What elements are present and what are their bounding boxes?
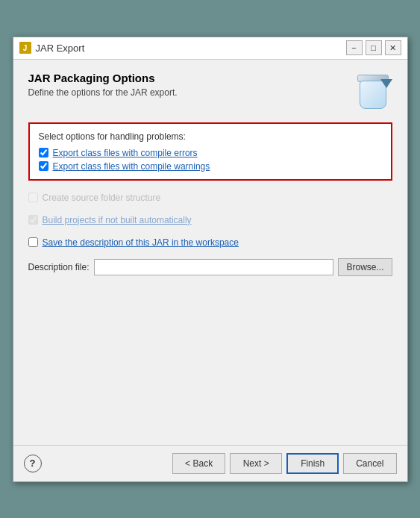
title-bar-left: J JAR Export xyxy=(19,42,85,54)
page-title: JAR Packaging Options xyxy=(28,72,346,84)
create-source-row: Create source folder structure xyxy=(28,191,392,205)
create-source-checkbox[interactable] xyxy=(28,193,38,202)
jar-arrow-icon xyxy=(380,79,392,88)
problems-label: Select options for handling problems: xyxy=(39,131,382,142)
close-button[interactable]: ✕ xyxy=(385,40,401,55)
save-description-label[interactable]: Save the description of this JAR in the … xyxy=(43,237,239,248)
create-source-label: Create source folder structure xyxy=(43,193,161,203)
window-controls: − □ ✕ xyxy=(346,40,401,55)
window-title: JAR Export xyxy=(36,43,85,54)
save-description-checkbox[interactable] xyxy=(28,237,38,247)
export-warnings-checkbox[interactable] xyxy=(39,161,48,171)
save-description-row: Save the description of this JAR in the … xyxy=(28,236,392,249)
navigation-buttons: < Back Next > Finish Cancel xyxy=(172,453,396,474)
build-projects-row: Build projects if not built automaticall… xyxy=(28,213,392,227)
cancel-button[interactable]: Cancel xyxy=(343,453,396,474)
export-warnings-label[interactable]: Export class files with compile warnings xyxy=(53,161,210,172)
back-button[interactable]: < Back xyxy=(172,453,225,474)
header-text: JAR Packaging Options Define the options… xyxy=(28,72,346,98)
export-warnings-row: Export class files with compile warnings xyxy=(39,161,382,172)
problems-box: Select options for handling problems: Ex… xyxy=(28,122,392,181)
bottom-bar: ? < Back Next > Finish Cancel xyxy=(13,445,407,481)
dialog-content: JAR Packaging Options Define the options… xyxy=(13,60,407,445)
maximize-button[interactable]: □ xyxy=(366,40,382,55)
header-section: JAR Packaging Options Define the options… xyxy=(28,72,392,110)
title-bar: J JAR Export − □ ✕ xyxy=(13,37,407,60)
browse-button[interactable]: Browse... xyxy=(338,258,392,276)
minimize-button[interactable]: − xyxy=(346,40,363,55)
export-errors-row: Export class files with compile errors xyxy=(39,148,382,158)
help-button[interactable]: ? xyxy=(24,455,42,472)
jar-export-window: J JAR Export − □ ✕ JAR Packaging Options… xyxy=(13,37,408,482)
description-file-input[interactable] xyxy=(94,259,334,275)
description-file-row: Description file: Browse... xyxy=(28,258,392,276)
export-errors-label[interactable]: Export class files with compile errors xyxy=(53,148,198,158)
description-file-label: Description file: xyxy=(28,262,90,272)
build-projects-label: Build projects if not built automaticall… xyxy=(43,215,192,225)
jar-icon xyxy=(354,72,392,110)
export-errors-checkbox[interactable] xyxy=(39,148,48,157)
next-button[interactable]: Next > xyxy=(230,453,282,474)
jar-title-icon: J xyxy=(19,42,31,54)
spacer xyxy=(28,284,392,433)
build-projects-checkbox[interactable] xyxy=(28,215,38,225)
page-subtitle: Define the options for the JAR export. xyxy=(28,87,346,98)
finish-button[interactable]: Finish xyxy=(286,453,339,474)
